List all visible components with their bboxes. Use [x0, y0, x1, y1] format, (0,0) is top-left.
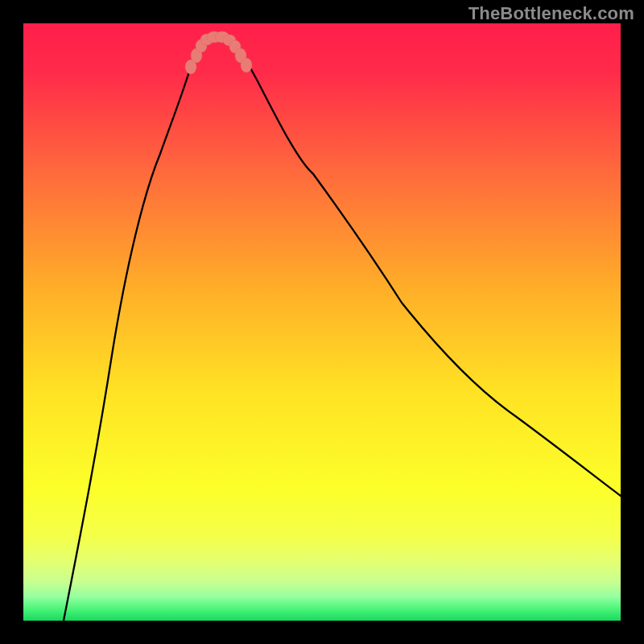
gradient-background [23, 23, 621, 621]
marker-dot [241, 58, 252, 72]
chart-frame: TheBottleneck.com [0, 0, 644, 644]
bottleneck-chart [23, 23, 621, 621]
watermark-text: TheBottleneck.com [469, 3, 634, 24]
